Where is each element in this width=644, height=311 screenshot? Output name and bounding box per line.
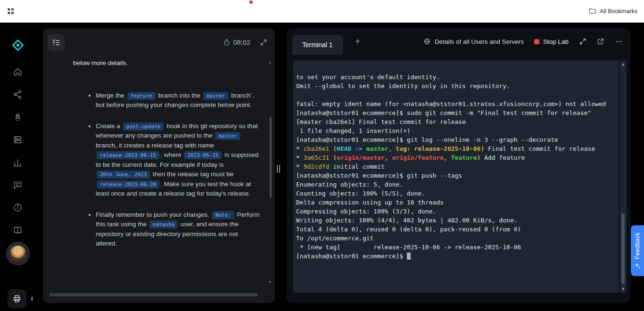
app-logo[interactable] [8, 36, 27, 55]
terminal-line: Writing objects: 100% (4/4), 482 bytes |… [296, 216, 615, 225]
avatar [10, 246, 26, 262]
new-terminal-button[interactable]: + [355, 37, 361, 46]
inline-code-badge: release-2023-06-15 [97, 151, 159, 159]
terminal-line: [natasha@ststor01 ecommerce]$ sudo git c… [296, 108, 615, 117]
all-bookmarks-button[interactable]: All Bookmarks [588, 7, 637, 15]
more-options-button[interactable] [615, 38, 623, 46]
terminal-cursor [407, 253, 411, 260]
inline-code-badge: Note: [212, 211, 234, 219]
sidebar-bottom: f [0, 289, 33, 308]
sidebar-item-git[interactable] [8, 83, 27, 106]
terminal-line: Total 4 (delta 0), reused 0 (delta 0), p… [296, 225, 615, 234]
terminal-output[interactable]: to set your account's default identity.O… [293, 60, 619, 293]
inline-code-badge: master [203, 92, 229, 100]
terminal-line: * 9d2cdfd initial commit [296, 162, 615, 171]
terminal-line: [master cba26e1] Final test commit for r… [296, 117, 615, 126]
lab-timer: 08:02 [223, 39, 250, 46]
inline-code-badge: 20th June, 2023 [97, 171, 150, 179]
terminal-line: [natasha@ststor01 ecommerce]$ git log --… [296, 135, 615, 144]
recording-dot [249, 0, 253, 4]
terminal-line: * [new tag] release-2025-10-06 -> releas… [296, 243, 615, 252]
printer-icon [12, 294, 22, 303]
open-in-new-button[interactable] [597, 38, 604, 45]
sidebar-item-info[interactable] [8, 196, 27, 219]
open-in-new-icon [597, 38, 604, 45]
bar-chart-icon [13, 157, 23, 167]
sparkles-icon [635, 263, 641, 269]
apps-grid-icon[interactable] [7, 7, 15, 15]
globe-icon [423, 38, 431, 45]
sidebar-item-profile[interactable] [7, 242, 29, 265]
feedback-button[interactable]: Feedback [631, 225, 644, 276]
task-panel: 08:02 below more details. Merge the feat… [43, 28, 275, 303]
sidebar-item-stats[interactable] [8, 151, 27, 173]
terminal-line: * 3a65c31 (origin/master, origin/feature… [296, 153, 615, 162]
task-bullet: Merge the feature branch into the master… [96, 91, 261, 110]
inline-code-badge: release-2023-06-20 [97, 180, 159, 188]
terminal-line [296, 90, 615, 99]
task-vertical-scrollbar[interactable] [270, 117, 272, 198]
browser-topbar: All Bookmarks [0, 0, 644, 23]
terminal-scrollbar[interactable]: ▲ ▼ [620, 60, 627, 293]
inline-code-badge: master [215, 132, 240, 140]
info-icon [13, 203, 23, 213]
rocket-icon [13, 112, 23, 122]
terminal-header: Terminal 1 + Details of all Users and Se… [287, 28, 630, 55]
terminal-scrollbar-thumb[interactable] [621, 213, 625, 284]
terminal-line: Enumerating objects: 5, done. [296, 180, 615, 189]
sidebar-item-servers[interactable] [8, 128, 27, 151]
details-label: Details of all Users and Servers [435, 38, 524, 45]
folder-icon [588, 7, 596, 15]
chat-icon [13, 180, 23, 190]
inline-code-badge: 2023-06-15 [184, 151, 222, 159]
scroll-up-arrow[interactable]: ▲ [268, 60, 272, 65]
stop-icon [534, 39, 539, 44]
terminal-line: fatal: empty ident name (for <natasha@st… [296, 99, 615, 108]
panel-resize-handle[interactable] [277, 165, 280, 173]
expand-icon [579, 38, 586, 45]
scroll-down-arrow[interactable]: ▼ [268, 280, 272, 284]
sidebar-item-home[interactable] [8, 60, 27, 83]
terminal-scroll-up-arrow[interactable]: ▲ [620, 62, 627, 66]
git-share-icon [13, 90, 23, 99]
terminal-line: * cba26e1 (HEAD -> master, tag: release-… [296, 144, 615, 153]
terminal-panel: Terminal 1 + Details of all Users and Se… [287, 28, 630, 303]
stopwatch-icon [223, 39, 231, 46]
terminal-line: To /opt/ecommerce.git [296, 234, 615, 243]
terminal-expand-button[interactable] [579, 38, 586, 45]
task-panel-header: 08:02 [43, 28, 275, 55]
all-bookmarks-label: All Bookmarks [600, 8, 637, 15]
terminal-line: Counting objects: 100% (5/5), done. [296, 189, 615, 198]
sidebar: f [0, 23, 35, 311]
task-horizontal-scrollbar[interactable] [50, 293, 258, 296]
home-icon [13, 67, 23, 77]
terminal-line: Compressing objects: 100% (3/3), done. [296, 207, 615, 216]
server-icon [13, 135, 23, 145]
task-intro-tail: below more details. [73, 58, 261, 68]
terminal-line: [natasha@ststor01 ecommerce]$ git push -… [296, 171, 615, 180]
sidebar-item-docs[interactable] [8, 219, 27, 241]
printer-button[interactable] [8, 289, 26, 308]
terminal-scroll-down-arrow[interactable]: ▼ [620, 286, 627, 291]
sidebar-item-chat[interactable] [8, 173, 27, 196]
details-users-servers-button[interactable]: Details of all Users and Servers [423, 38, 524, 45]
terminal-line: Omit --global to set the identity only i… [296, 82, 615, 90]
inline-code-badge: feature [127, 92, 156, 100]
task-list-button[interactable] [48, 34, 65, 51]
terminal-line: Delta compression using up to 16 threads [296, 198, 615, 207]
inline-code-badge: natasha [149, 221, 178, 229]
sidebar-item-launch[interactable] [8, 106, 27, 128]
expand-icon [260, 39, 267, 46]
task-expand-button[interactable] [260, 39, 267, 46]
ellipsis-icon [615, 38, 623, 46]
stop-lab-button[interactable]: Stop Lab [534, 38, 569, 45]
task-bullet: Create a post-update hook in this git re… [96, 122, 261, 199]
stop-lab-label: Stop Lab [543, 38, 569, 45]
timer-value: 08:02 [233, 39, 250, 46]
main-area: f 08:02 below more details. Merge the fe… [0, 23, 644, 311]
terminal-line: 1 file changed, 1 insertion(+) [296, 126, 615, 135]
terminal-line: to set your account's default identity. [296, 73, 615, 82]
tab-terminal-1[interactable]: Terminal 1 [292, 35, 343, 55]
task-instructions: below more details. Merge the feature br… [43, 58, 275, 290]
inline-code-badge: post-update [123, 123, 164, 131]
